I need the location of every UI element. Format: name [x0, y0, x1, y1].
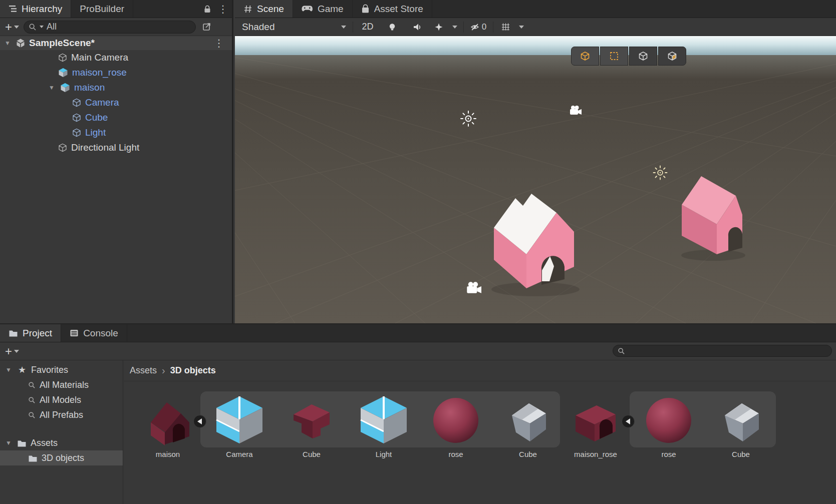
- hierarchy-search-value: All: [47, 22, 57, 32]
- hierarchy-menu-button[interactable]: ⋮: [214, 2, 232, 16]
- project-main: Assets › 3D objects maison: [124, 360, 836, 504]
- tab-asset-store[interactable]: Asset Store: [353, 0, 432, 18]
- folder-icon: [28, 454, 38, 462]
- breadcrumb-root[interactable]: Assets: [130, 365, 157, 376]
- tab-scene[interactable]: Scene: [235, 0, 293, 18]
- shopping-bag-icon: [361, 4, 370, 14]
- create-object-button[interactable]: +: [5, 20, 19, 34]
- sidebar-item-all-models[interactable]: All Models: [0, 392, 123, 407]
- scene-effects-toggle[interactable]: [431, 20, 446, 34]
- shaded-view-button[interactable]: [571, 47, 599, 66]
- hierarchy-item-camera[interactable]: Camera: [0, 95, 232, 110]
- folder-icon: [17, 439, 27, 447]
- eye-off-icon: [470, 23, 479, 32]
- console-icon: [70, 329, 79, 337]
- hidden-objects-toggle[interactable]: 0: [468, 20, 488, 34]
- collapse-prefab-toggle-maison[interactable]: [193, 415, 206, 428]
- foldout-icon[interactable]: ▼: [47, 84, 56, 91]
- foldout-icon[interactable]: ▼: [3, 40, 12, 47]
- selection-outline-button[interactable]: [600, 47, 628, 66]
- cube-halffill-icon: [667, 51, 677, 61]
- collapse-prefab-toggle-maison-rose[interactable]: [622, 415, 635, 428]
- hierarchy-item-maison[interactable]: ▼ maison: [0, 80, 232, 95]
- hierarchy-item-maison-rose[interactable]: maison_rose: [0, 65, 232, 80]
- tab-console[interactable]: Console: [61, 324, 127, 342]
- 2d-toggle-button[interactable]: 2D: [358, 20, 378, 34]
- camera-gizmo-2[interactable]: [467, 282, 481, 293]
- asset-grid: maison Camera: [124, 381, 836, 504]
- project-sidebar: ▼ ★ Favorites All Materials All Models A…: [0, 360, 123, 504]
- asset-item-maison[interactable]: maison: [141, 391, 195, 458]
- lightbulb-icon: [388, 23, 397, 31]
- shading-mode-dropdown[interactable]: Shaded: [240, 22, 348, 33]
- house-shadow: [491, 282, 580, 296]
- light-gizmo-1[interactable]: [461, 111, 476, 126]
- project-search-input[interactable]: [613, 345, 832, 357]
- tab-probuilder[interactable]: ProBuilder: [71, 0, 133, 18]
- breadcrumb-current[interactable]: 3D objects: [170, 365, 216, 376]
- tab-game[interactable]: Game: [293, 0, 353, 18]
- maison-rose-thumbnail: [569, 392, 623, 446]
- scene-object-maison-rose[interactable]: [682, 176, 742, 254]
- sidebar-item-all-prefabs[interactable]: All Prefabs: [0, 407, 123, 422]
- polycube-thumbnail: [714, 392, 768, 446]
- search-icon: [618, 347, 625, 355]
- search-icon: [28, 381, 36, 389]
- hierarchy-item-cube[interactable]: Cube: [0, 110, 232, 125]
- sidebar-favorites-header[interactable]: ▼ ★ Favorites: [0, 362, 123, 377]
- hierarchy-item-light[interactable]: Light: [0, 125, 232, 140]
- scene-header-row[interactable]: ▼ SampleScene* ⋮: [0, 36, 232, 50]
- sidebar-item-all-materials[interactable]: All Materials: [0, 377, 123, 392]
- hierarchy-search-input[interactable]: All: [24, 21, 196, 34]
- asset-item-cube-gray[interactable]: Cube: [501, 391, 555, 458]
- tab-hierarchy[interactable]: Hierarchy: [0, 0, 71, 18]
- asset-item-light[interactable]: Light: [357, 391, 411, 458]
- lock-icon: [203, 5, 212, 14]
- asset-item-cube-maroon[interactable]: Cube: [285, 391, 339, 458]
- scene-effects-dropdown[interactable]: [451, 20, 459, 34]
- grid-settings-dropdown[interactable]: [517, 20, 525, 34]
- scene-viewport[interactable]: [235, 36, 836, 323]
- asset-item-camera[interactable]: Camera: [212, 391, 266, 458]
- hierarchy-tabbar: Hierarchy ProBuilder ⋮: [0, 0, 232, 18]
- shaded-wireframe-button[interactable]: [658, 47, 686, 66]
- dashed-selection-icon: [609, 51, 619, 61]
- scene-panel: Scene Game Asset Store Shaded 2D: [235, 0, 836, 323]
- scene-audio-toggle[interactable]: [407, 20, 427, 34]
- asset-item-rose[interactable]: rose: [429, 391, 483, 458]
- asset-item-rose-2[interactable]: rose: [642, 391, 696, 458]
- hierarchy-item-main-camera[interactable]: Main Camera: [0, 50, 232, 65]
- project-tabbar: Project Console: [0, 324, 836, 342]
- scene-menu-button[interactable]: ⋮: [210, 37, 228, 49]
- hierarchy-item-directional-light[interactable]: Directional Light: [0, 140, 232, 155]
- view-options-toolbar: [571, 47, 686, 66]
- create-asset-button[interactable]: +: [5, 344, 19, 358]
- popout-search-button[interactable]: [200, 20, 213, 34]
- tab-hierarchy-label: Hierarchy: [22, 4, 62, 15]
- scene-lighting-toggle[interactable]: [382, 20, 402, 34]
- asset-item-maison-rose[interactable]: maison_rose: [569, 391, 623, 458]
- chevron-left-icon: [197, 418, 202, 424]
- unity-editor-window: Hierarchy ProBuilder ⋮ +: [0, 0, 836, 504]
- hierarchy-toolbar: + All: [0, 18, 232, 36]
- project-panel: Project Console + ▼ ★ Favorites: [0, 323, 836, 504]
- hierarchy-icon: [9, 5, 17, 13]
- light-gizmo-2[interactable]: [654, 166, 667, 180]
- prefab-contents-strip-maison: Camera Cube: [200, 391, 560, 447]
- foldout-icon[interactable]: ▼: [4, 366, 13, 373]
- sidebar-item-3d-objects[interactable]: 3D objects: [0, 450, 123, 465]
- camera-gizmo-1[interactable]: [570, 106, 582, 115]
- scene-object-maison[interactable]: [494, 194, 574, 288]
- lock-button[interactable]: [201, 2, 214, 16]
- sidebar-assets-header[interactable]: ▼ Assets: [0, 435, 123, 450]
- grid-visibility-toggle[interactable]: [498, 20, 513, 34]
- chevron-down-icon: [14, 26, 19, 29]
- wireframe-view-button[interactable]: [629, 47, 657, 66]
- tab-project[interactable]: Project: [0, 324, 61, 342]
- asset-item-cube-gray-2[interactable]: Cube: [714, 391, 768, 458]
- foldout-icon[interactable]: ▼: [4, 439, 13, 446]
- gameobject-cube-icon: [58, 143, 67, 152]
- prefab-icon: [58, 68, 68, 78]
- maison-thumbnail: [141, 392, 195, 446]
- prefab-contents-strip-maison-rose: rose Cube: [630, 391, 776, 447]
